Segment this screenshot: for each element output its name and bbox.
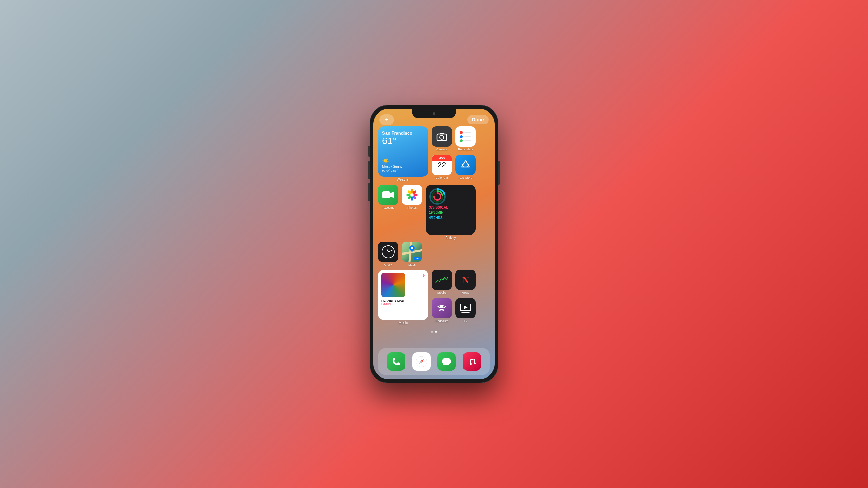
activity-move: 19/30MIN xyxy=(429,210,472,215)
reminders-icon xyxy=(455,126,476,147)
svg-rect-23 xyxy=(461,312,470,313)
music-label: Music xyxy=(399,321,408,325)
stocks-label: Stocks xyxy=(437,291,446,294)
page-dots xyxy=(378,328,490,336)
calendar-day-label: MON xyxy=(432,155,452,161)
calendar-label: Calendar xyxy=(436,176,448,179)
camera-label: Camera xyxy=(436,148,447,151)
weather-sun-icon: ☀️ xyxy=(382,158,424,164)
podcasts-app[interactable]: Podcasts xyxy=(432,298,452,323)
weather-condition: Mostly Sunny xyxy=(382,165,424,168)
reminders-app[interactable]: Reminders xyxy=(455,126,476,151)
tv-app[interactable]: TV xyxy=(455,298,476,323)
music-widget[interactable]: ♪ PLANET'S MAD Baauer xyxy=(378,270,428,320)
photos-app[interactable]: Photos xyxy=(402,185,422,240)
calendar-icon: MON 22 xyxy=(432,155,452,175)
stocks-icon xyxy=(432,270,452,290)
done-button[interactable]: Done xyxy=(467,115,489,124)
row-3-right: Stocks N News xyxy=(432,270,476,325)
weather-label: Weather xyxy=(397,178,410,181)
svg-rect-3 xyxy=(382,191,390,198)
power-button[interactable] xyxy=(498,161,500,185)
clock-label: Clock xyxy=(384,263,392,266)
weather-widget[interactable]: San Francisco 61° ☀️ Mostly Sunny H:70° … xyxy=(378,126,428,177)
activity-stats: 375/500CAL 19/30MIN 4/12HRS xyxy=(429,205,472,220)
podcasts-label: Podcasts xyxy=(435,319,448,323)
volume-down-button[interactable] xyxy=(368,183,370,201)
reminders-lines xyxy=(457,128,474,145)
page-dot-2[interactable] xyxy=(435,331,437,333)
maps-icon: 280 xyxy=(402,242,422,262)
dock-messages-app[interactable] xyxy=(437,352,456,371)
maps-road-label: 280 xyxy=(414,257,421,260)
music-note-icon: ♪ xyxy=(422,272,425,278)
activity-stand: 4/12HRS xyxy=(429,215,472,220)
reminders-label: Reminders xyxy=(458,148,473,151)
calendar-app[interactable]: MON 22 Calendar xyxy=(432,155,452,179)
row-2: Facetime xyxy=(378,185,490,240)
dock xyxy=(378,348,490,375)
news-n-letter: N xyxy=(462,274,469,286)
rem-line-1 xyxy=(460,131,471,134)
svg-point-1 xyxy=(440,135,444,139)
tv-label: TV xyxy=(463,319,468,323)
music-track: PLANET'S MAD xyxy=(381,299,425,302)
clock-app[interactable]: Clock xyxy=(378,242,398,266)
row-2b: Clock 280 xyxy=(378,242,490,266)
facetime-icon xyxy=(378,185,398,205)
rem-line-3 xyxy=(460,139,471,142)
music-widget-col: ♪ PLANET'S MAD Baauer Music xyxy=(378,270,428,325)
svg-point-20 xyxy=(411,247,413,249)
weather-city: San Francisco xyxy=(382,130,424,136)
calendar-day-num: 22 xyxy=(438,161,446,169)
stocks-app[interactable]: Stocks xyxy=(432,270,452,294)
activity-widget-col: 375/500CAL 19/30MIN 4/12HRS Activity xyxy=(426,185,476,240)
facetime-label: Facetime xyxy=(382,206,394,209)
dock-safari-app[interactable] xyxy=(412,352,431,371)
reminders-appstore-col: Reminders App Store xyxy=(455,126,476,179)
appstore-label: App Store xyxy=(459,176,472,179)
activity-widget[interactable]: 375/500CAL 19/30MIN 4/12HRS xyxy=(426,185,476,235)
clock-icon xyxy=(378,242,398,262)
home-screen: San Francisco 61° ☀️ Mostly Sunny H:70° … xyxy=(373,126,495,379)
photos-icon xyxy=(402,185,422,205)
notch xyxy=(412,109,456,118)
news-label: News xyxy=(462,291,470,294)
album-art-swirl xyxy=(381,273,405,297)
news-icon: N xyxy=(455,270,476,290)
stocks-news-row: Stocks N News xyxy=(432,270,476,294)
photos-label: Photos xyxy=(407,206,417,209)
news-app[interactable]: N News xyxy=(455,270,476,294)
svg-point-32 xyxy=(474,362,476,364)
svg-point-13 xyxy=(410,193,414,197)
facetime-app[interactable]: Facetime xyxy=(378,185,398,240)
rem-line-2 xyxy=(460,135,471,138)
music-artist: Baauer xyxy=(381,302,425,306)
row-1: San Francisco 61° ☀️ Mostly Sunny H:70° … xyxy=(378,126,490,181)
appstore-app[interactable]: App Store xyxy=(455,155,476,179)
phone-screen: + Done San Francisco 61° ☀️ Mostly Sunny… xyxy=(373,109,495,379)
appstore-icon xyxy=(455,155,476,175)
album-art xyxy=(381,273,405,297)
weather-widget-col: San Francisco 61° ☀️ Mostly Sunny H:70° … xyxy=(378,126,428,181)
svg-rect-2 xyxy=(440,133,444,134)
volume-up-button[interactable] xyxy=(368,161,370,179)
podcasts-icon xyxy=(432,298,452,318)
weather-high-low: H:70° L:53° xyxy=(382,169,424,172)
row-3: ♪ PLANET'S MAD Baauer Music xyxy=(378,270,490,325)
activity-calories: 375/500CAL xyxy=(429,205,472,210)
svg-point-31 xyxy=(470,363,472,365)
maps-label: Maps xyxy=(408,263,416,266)
phone-device: + Done San Francisco 61° ☀️ Mostly Sunny… xyxy=(370,105,498,383)
dock-music-app[interactable] xyxy=(463,352,481,371)
camera-icon xyxy=(432,126,452,147)
silent-switch xyxy=(368,146,370,157)
podcasts-tv-row: Podcasts xyxy=(432,298,476,323)
add-widget-button[interactable]: + xyxy=(379,114,394,125)
clock-face xyxy=(382,245,395,258)
page-dot-1[interactable] xyxy=(431,331,433,333)
camera-app[interactable]: Camera xyxy=(432,126,452,151)
activity-rings-svg xyxy=(429,188,446,205)
maps-app[interactable]: 280 Maps xyxy=(402,242,422,266)
dock-phone-app[interactable] xyxy=(387,352,405,371)
